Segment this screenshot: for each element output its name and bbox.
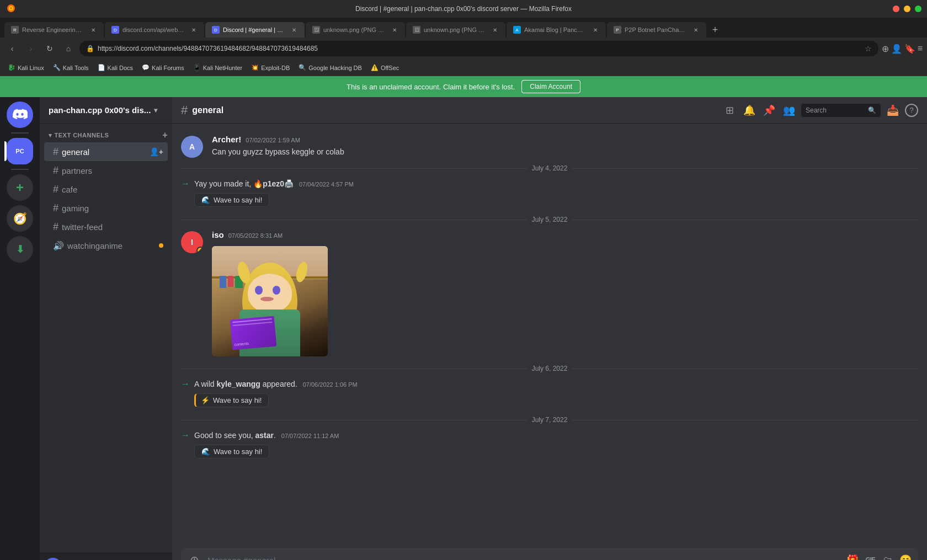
bookmark-kali-forums[interactable]: 💬 Kali Forums: [138, 63, 188, 72]
explore-servers-button[interactable]: 🧭: [7, 205, 33, 232]
channel-name-gaming: gaming: [62, 204, 89, 213]
back-button[interactable]: ‹: [4, 41, 20, 56]
menu-icon[interactable]: ≡: [918, 44, 923, 54]
bookmark-kali-docs[interactable]: 📄 Kali Docs: [94, 63, 136, 72]
forward-button[interactable]: ›: [23, 41, 39, 56]
extensions-icon[interactable]: ⊕: [882, 44, 889, 54]
tab-close-icon[interactable]: ✕: [89, 26, 97, 34]
account-icon[interactable]: 👤: [891, 44, 902, 54]
minimize-btn[interactable]: [904, 6, 910, 12]
tab-label-p2p: P2P Botnet PanChan - P...: [625, 26, 686, 33]
server-header[interactable]: pan-chan.cpp 0x00's dis... ▾: [40, 97, 172, 124]
notification-bell-icon[interactable]: 🔔: [742, 103, 757, 118]
tab-close-png2-icon[interactable]: ✕: [491, 26, 499, 34]
new-tab-button[interactable]: +: [707, 22, 723, 38]
tab-webhooks[interactable]: D discord.com/api/webhooks/... ✕: [105, 22, 204, 38]
gift-icon[interactable]: 🎁: [844, 552, 861, 560]
hash-icon-partners: #: [53, 165, 58, 177]
gif-icon[interactable]: GIF: [862, 552, 878, 560]
add-server-button[interactable]: +: [7, 174, 33, 201]
wave-to-say-hi-btn-kyle[interactable]: ⚡ Wave to say hi!: [194, 393, 269, 407]
add-attachment-button[interactable]: ⊕: [185, 551, 203, 560]
members-list-icon[interactable]: 👥: [781, 103, 797, 118]
add-member-icon[interactable]: 👤+: [150, 147, 163, 156]
channel-item-twitter-feed[interactable]: # twitter-feed: [44, 217, 168, 236]
download-apps-button[interactable]: ⬇: [7, 236, 33, 263]
server-panchan[interactable]: PC: [7, 138, 33, 164]
security-icon: 🔒: [86, 45, 94, 52]
server-name: pan-chan.cpp 0x00's dis...: [49, 105, 151, 115]
browser-title: Discord | #general | pan-chan.cpp 0x00's…: [355, 5, 572, 13]
messages-area[interactable]: A Archer! 07/02/2022 1:59 AM Can you guy…: [172, 124, 927, 548]
image-embed-container: contents: [212, 246, 328, 356]
message-input-area: ⊕ 🎁 GIF 🗂 😊: [172, 548, 927, 560]
system-message-astar: → Good to see you, astar. 07/07/2022 11:…: [172, 428, 927, 442]
channel-item-gaming[interactable]: # gaming: [44, 199, 168, 217]
bookmark-list-icon[interactable]: 🔖: [904, 44, 915, 54]
tab-unknown-png-2[interactable]: 🖼 unknown.png (PNG Image, ✕: [406, 22, 505, 38]
message-avatar-archer: A: [181, 136, 203, 158]
channel-item-cafe[interactable]: # cafe: [44, 180, 168, 199]
main-chat-area: # general ⊞ 🔔 📌 👥 Search 🔍 📥 ? A Archer!: [172, 97, 927, 560]
emoji-icon[interactable]: 😊: [897, 552, 914, 560]
channel-item-general[interactable]: # general 👤+: [44, 142, 168, 161]
bookmark-kali-linux[interactable]: 🐉 Kali Linux: [4, 63, 47, 72]
channel-item-partners[interactable]: # partners: [44, 161, 168, 180]
tab-label-discord: Discord | #general | pan-...: [223, 26, 285, 33]
tab-general-active[interactable]: D Discord | #general | pan-... ✕: [205, 22, 305, 38]
tab-label-png2: unknown.png (PNG Image,: [424, 26, 486, 33]
hashtag-settings-icon[interactable]: ⊞: [722, 103, 737, 118]
message-input[interactable]: [203, 556, 844, 561]
iso-avatar-indicator: [196, 247, 203, 253]
tab-p2p-botnet[interactable]: P P2P Botnet PanChan - P... ✕: [607, 22, 706, 38]
bookmark-kali-nethunter[interactable]: 📱 Kali NetHunter: [190, 63, 246, 72]
wave-to-say-hi-btn-p1ez0[interactable]: 🌊 Wave to say hi!: [194, 193, 269, 207]
add-channel-icon[interactable]: +: [162, 130, 168, 140]
sticker-icon[interactable]: 🗂: [880, 552, 896, 560]
tab-close-png1-icon[interactable]: ✕: [391, 26, 398, 34]
maximize-btn[interactable]: [915, 6, 921, 12]
hash-icon-cafe: #: [53, 184, 58, 195]
close-btn[interactable]: [893, 6, 899, 12]
anime-image[interactable]: contents: [212, 246, 328, 356]
tab-favicon-png2: 🖼: [413, 26, 420, 34]
message-header-archer: Archer! 07/02/2022 1:59 AM: [212, 135, 918, 144]
search-placeholder-text: Search: [806, 106, 865, 114]
tab-close-discord-icon[interactable]: ✕: [290, 26, 298, 34]
tab-close-p2p-icon[interactable]: ✕: [692, 26, 700, 34]
help-icon[interactable]: ?: [905, 104, 918, 117]
bookmark-exploit-db[interactable]: 💥 Exploit-DB: [248, 63, 293, 72]
star-icon[interactable]: ☆: [865, 44, 872, 53]
wave-btn-astar-label: Wave to say hi!: [214, 447, 262, 456]
tab-akamai[interactable]: A Akamai Blog | Panchan's ✕: [507, 22, 606, 38]
discord-home-button[interactable]: [7, 102, 33, 128]
channel-item-watchinganime[interactable]: 🔊 watchinganime: [44, 236, 168, 255]
bookmark-google-hacking[interactable]: 🔍 Google Hacking DB: [295, 63, 365, 72]
channel-header: # general ⊞ 🔔 📌 👥 Search 🔍 📥 ?: [172, 97, 927, 124]
home-button[interactable]: ⌂: [61, 41, 76, 56]
channel-name-cafe: cafe: [62, 185, 77, 194]
user-avatar[interactable]: Z: [44, 558, 62, 560]
reload-button[interactable]: ↻: [42, 41, 57, 56]
bookmark-kali-tools[interactable]: 🔧 Kali Tools: [50, 63, 92, 72]
text-channels-category[interactable]: ▾ TEXT CHANNELS +: [40, 128, 172, 142]
wave-to-say-hi-btn-astar[interactable]: 🌊 Wave to say hi!: [194, 445, 269, 458]
system-text-p1ez0: Yay you made it, 🔥p1ez0🖨️ 07/04/2022 4:5…: [194, 179, 354, 188]
claim-account-button[interactable]: Claim Account: [521, 80, 580, 93]
bookmark-offsec[interactable]: ⚠️ OffSec: [367, 63, 402, 72]
date-divider-july4: July 4, 2022: [172, 160, 927, 177]
pin-icon[interactable]: 📌: [761, 103, 777, 118]
url-bar[interactable]: 🔒 https://discord.com/channels/948847073…: [79, 41, 878, 56]
inbox-icon[interactable]: 📥: [885, 103, 901, 118]
date-label-july5: July 5, 2022: [532, 216, 568, 223]
system-arrow-icon-p1ez0: →: [181, 179, 190, 189]
date-label-july7: July 7, 2022: [532, 416, 568, 424]
window-controls[interactable]: [893, 6, 921, 12]
search-box[interactable]: Search 🔍: [801, 104, 881, 117]
tab-reverse-engineering[interactable]: R Reverse Engineering Sta... ✕: [4, 22, 104, 38]
tab-close-akamai-icon[interactable]: ✕: [592, 26, 599, 34]
url-input[interactable]: https://discord.com/channels/94884707361…: [98, 45, 861, 52]
tab-unknown-png-1[interactable]: 🖼 unknown.png (PNG Image, ✕: [306, 22, 405, 38]
search-icon[interactable]: 🔍: [868, 106, 876, 114]
tab-close-webhooks-icon[interactable]: ✕: [190, 26, 198, 34]
